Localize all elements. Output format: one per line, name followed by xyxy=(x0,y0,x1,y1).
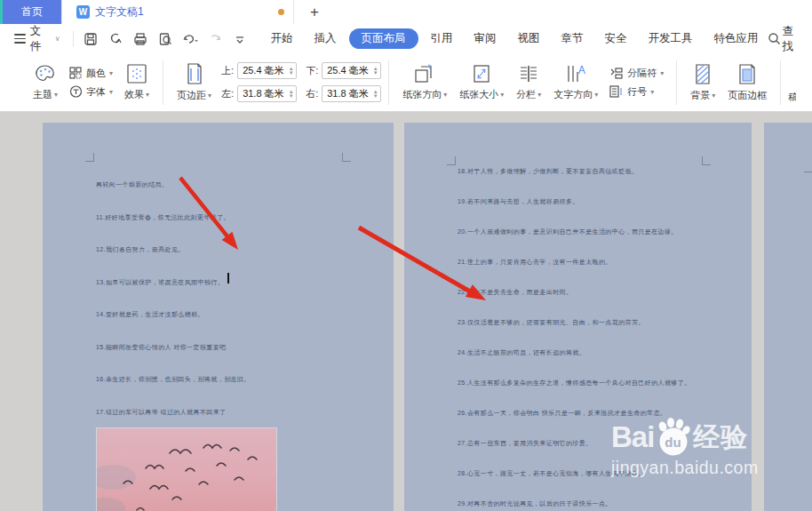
margin-top-stepper[interactable]: ▲▼ xyxy=(286,67,296,76)
print-preview-icon[interactable] xyxy=(157,31,173,47)
find-button[interactable]: 查找 xyxy=(768,24,803,54)
cutoff-ribbon-button[interactable]: 稿 xyxy=(788,91,796,104)
document-text-line: 15.能瞬间改变你心情的人 对你一定很重要吧 xyxy=(96,344,376,351)
window-tab-bar: 首页 W 文字文稿1 + xyxy=(0,0,812,24)
tab-review[interactable]: 审阅 xyxy=(466,28,506,49)
background-button[interactable]: 背景▾ xyxy=(684,61,721,104)
margin-right-input[interactable]: 31.8 毫米 ▲▼ xyxy=(322,85,381,102)
margin-corner-mark xyxy=(447,156,456,165)
tab-view[interactable]: 视图 xyxy=(509,28,549,49)
document-text-line: 25.人生没有那么多复杂的生存之道，懂得感恩每一个真心对自己好的人就够了。 xyxy=(458,379,734,387)
file-menu-label: 文件 xyxy=(30,24,51,54)
document-tab-title: 文字文稿1 xyxy=(95,4,273,20)
theme-button[interactable]: 主题▾ xyxy=(27,61,64,103)
tab-special-features[interactable]: 特色应用 xyxy=(705,28,768,49)
tab-security[interactable]: 安全 xyxy=(596,28,636,49)
customize-toolbar-icon[interactable] xyxy=(232,31,248,47)
document-tab[interactable]: W 文字文稿1 xyxy=(61,0,294,24)
page-layout-ribbon: 主题▾ 颜色▾ 字体▾ 效果▾ xyxy=(0,53,812,112)
font-circle-icon xyxy=(69,85,83,98)
search-icon xyxy=(768,32,780,45)
margin-bottom-stepper[interactable]: ▲▼ xyxy=(370,67,380,76)
breaks-icon xyxy=(609,68,624,79)
tab-insert[interactable]: 插入 xyxy=(306,28,346,49)
text-direction-button[interactable]: 文字方向▾ xyxy=(547,61,604,103)
document-text-line: 22.死亡不是失去生命，而是走出时间。 xyxy=(458,289,734,296)
margin-right-stepper[interactable]: ▲▼ xyxy=(370,90,380,99)
line-numbers-button[interactable]: 行号▾ xyxy=(609,85,664,99)
document-text-line: 再转向一个崭新的结局。 xyxy=(96,181,376,188)
margin-right-label: 右: xyxy=(306,87,318,100)
color-grid-icon xyxy=(69,67,83,79)
undo-icon[interactable] xyxy=(182,31,198,47)
export-pdf-icon[interactable] xyxy=(107,31,123,47)
document-text-line: 29.对再不舍的时光说再见，以后的日子请快乐一点。 xyxy=(458,500,734,507)
document-text-line: 13.如果可以被保护，谁愿意在风雨中独行。 xyxy=(96,279,376,286)
background-icon xyxy=(693,63,712,85)
margin-top-label: 上: xyxy=(221,64,234,77)
tab-section[interactable]: 章节 xyxy=(553,28,593,49)
text-cursor xyxy=(227,273,229,283)
margin-left-input[interactable]: 31.8 毫米 ▲▼ xyxy=(237,85,297,102)
margin-left-stepper[interactable]: ▲▼ xyxy=(286,90,296,99)
margin-top-input[interactable]: 25.4 毫米 ▲▼ xyxy=(237,62,297,79)
margins-icon xyxy=(184,62,205,85)
hamburger-icon xyxy=(14,31,26,46)
paper-size-icon xyxy=(471,63,492,84)
document-text-line: 11.好好地享受青春，你无法比此刻更年轻了。 xyxy=(96,214,376,221)
document-text-line: 18.对于人性，多做理解，少做判断，更不要妄自高估或贬低。 xyxy=(458,168,734,175)
save-icon[interactable] xyxy=(83,31,99,47)
line-numbers-icon xyxy=(609,85,624,98)
document-text-line: 26.会有那么一天，你会明白 快乐只是一瞬，反来抵抗才是生命的常态。 xyxy=(458,410,734,417)
new-tab-button[interactable]: + xyxy=(294,0,335,24)
find-label: 查找 xyxy=(783,24,803,54)
inline-photo-birds-sky[interactable] xyxy=(96,427,277,511)
document-page-2[interactable]: 18.对于人性，多做理解，少做判断，更不要妄自高估或贬低。19.若不问来路与去想… xyxy=(404,123,752,511)
breaks-button[interactable]: 分隔符▾ xyxy=(609,67,664,80)
text-direction-icon xyxy=(565,63,586,84)
margin-corner-mark xyxy=(804,164,812,172)
margin-bottom-input[interactable]: 25.4 毫米 ▲▼ xyxy=(322,62,381,79)
document-workspace: 再转向一个崭新的结局。11.好好地享受青春，你无法比此刻更年轻了。12.我们各自… xyxy=(0,112,812,511)
document-page-1[interactable]: 再转向一个崭新的结局。11.好好地享受青春，你无法比此刻更年轻了。12.我们各自… xyxy=(43,123,394,511)
chevron-down-icon: ∨ xyxy=(55,35,60,43)
margin-corner-mark xyxy=(702,156,711,165)
margins-button[interactable]: 页边距▾ xyxy=(171,60,218,104)
paper-orientation-icon xyxy=(413,63,436,84)
paper-orientation-button[interactable]: 纸张方向▾ xyxy=(396,61,453,103)
document-text-line: 17.错过的车可以再等 错过的人就再不回来了 xyxy=(96,409,376,416)
paper-size-button[interactable]: 纸张大小▾ xyxy=(453,61,510,103)
tab-references[interactable]: 引用 xyxy=(422,28,462,49)
document-text-line: 23.仅仅活着是不够的，还需要有阳光、自由，和一点花的芬芳。 xyxy=(458,319,734,326)
theme-colors-button[interactable]: 颜色▾ xyxy=(69,67,113,80)
page-border-button[interactable]: 页面边框 xyxy=(721,61,773,104)
document-text-line: 27.总有一些东西，要用消失来证明它的珍贵。 xyxy=(458,440,734,447)
document-text-line: 16.余生还长，你别慌，也别回头，别将就，别念旧。 xyxy=(96,376,376,383)
document-text-line: 20.一个人最难做到的事，是意识到自己并不是生活的中心，而只是在边缘。 xyxy=(458,228,734,236)
menu-bar: 文件 ∨ 开始 插入 页面布局 引用 审阅 视图 章节 安全 xyxy=(0,24,812,53)
print-icon[interactable] xyxy=(132,31,148,47)
columns-button[interactable]: 分栏▾ xyxy=(510,61,547,103)
columns-icon xyxy=(518,63,539,84)
document-page-3[interactable] xyxy=(764,123,812,511)
effects-icon xyxy=(126,63,147,84)
margin-corner-mark xyxy=(342,153,351,162)
theme-fonts-button[interactable]: 字体▾ xyxy=(69,85,113,99)
wps-writer-icon: W xyxy=(76,5,90,19)
ribbon-tabs: 开始 插入 页面布局 引用 审阅 视图 章节 安全 开发工具 特色应用 xyxy=(262,28,768,49)
document-text-line: 28.心宽一寸，路宽一丈，若不是心宽似海，哪有人生风平浪静。 xyxy=(458,470,734,477)
document-text-line: 12.我们各自努力，最高处见。 xyxy=(96,246,376,253)
page1-text: 再转向一个崭新的结局。11.好好地享受青春，你无法比此刻更年轻了。12.我们各自… xyxy=(96,181,376,441)
tab-home-start[interactable]: 开始 xyxy=(262,28,302,49)
tab-dev-tools[interactable]: 开发工具 xyxy=(640,28,702,49)
theme-effects-button[interactable]: 效果▾ xyxy=(118,61,155,103)
palette-icon xyxy=(34,63,57,84)
margin-fields: 上: 25.4 毫米 ▲▼ 下: 25.4 毫米 ▲▼ 左: 31.8 毫米 ▲… xyxy=(221,62,381,102)
document-text-line: 14.爱好就是药，生活才没那么糟糕。 xyxy=(96,311,376,318)
page2-text: 18.对于人性，多做理解，少做判断，更不要妄自高估或贬低。19.若不问来路与去想… xyxy=(458,168,734,511)
home-tab[interactable]: 首页 xyxy=(3,0,61,24)
unsaved-indicator-dot xyxy=(278,9,284,15)
tab-page-layout[interactable]: 页面布局 xyxy=(349,28,418,49)
file-menu[interactable]: 文件 ∨ xyxy=(0,24,68,54)
redo-icon[interactable] xyxy=(207,31,223,47)
